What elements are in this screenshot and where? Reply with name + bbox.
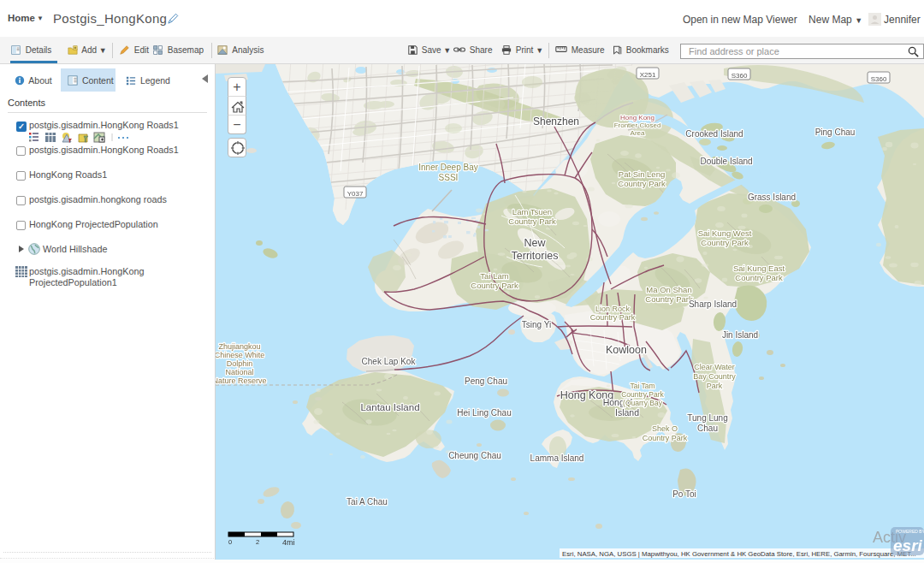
svg-text:Pat Sin Leng: Pat Sin Leng [619,169,665,179]
svg-text:Chau: Chau [697,424,718,433]
svg-text:Lantau Island: Lantau Island [360,402,419,412]
svg-text:Ping Chau: Ping Chau [815,127,856,137]
svg-text:Area: Area [631,129,645,137]
svg-text:Island: Island [615,407,639,418]
svg-text:Hei Ling Chau: Hei Ling Chau [457,408,511,418]
svg-text:Dolphin: Dolphin [227,359,253,368]
svg-text:Sai Kung East: Sai Kung East [733,264,785,273]
svg-text:Tung Lung: Tung Lung [687,413,727,423]
svg-text:0: 0 [228,538,232,546]
svg-text:Jin Island: Jin Island [722,330,758,340]
svg-text:Country Park: Country Park [701,238,749,247]
svg-text:Country Park: Country Park [621,390,664,399]
svg-text:Zhujiangkou: Zhujiangkou [218,342,260,351]
svg-text:National: National [225,368,253,376]
svg-text:Shek O: Shek O [652,424,678,433]
svg-text:Lam Tsuen: Lam Tsuen [512,207,552,216]
svg-text:Ma On Shan: Ma On Shan [646,285,691,294]
svg-text:Nature Reserve: Nature Reserve [216,376,267,385]
svg-text:POWERED BY: POWERED BY [896,529,924,534]
svg-text:Country Park: Country Park [645,294,693,304]
svg-text:Y037: Y037 [347,190,364,198]
svg-text:Clear Water: Clear Water [694,363,735,371]
svg-text:Inner Deep Bay: Inner Deep Bay [418,163,478,172]
svg-text:Kowloon: Kowloon [606,344,647,356]
svg-text:Shenzhen: Shenzhen [533,116,579,127]
svg-text:Territories: Territories [512,250,559,262]
svg-text:Grass Island: Grass Island [748,193,796,202]
svg-text:Cheung Chau: Cheung Chau [448,451,501,460]
svg-text:Tai Tam: Tai Tam [630,382,654,390]
svg-text:Chek Lap Kok: Chek Lap Kok [362,357,417,366]
svg-text:S360: S360 [871,75,887,83]
svg-text:Tai Lam: Tai Lam [480,271,508,281]
svg-text:Tai A Chau: Tai A Chau [346,497,388,507]
svg-text:Tsing Yi: Tsing Yi [522,320,551,329]
svg-text:Lion Rock: Lion Rock [595,305,631,313]
svg-text:Sai Kung West: Sai Kung West [698,228,752,238]
svg-text:Frontier Closed: Frontier Closed [614,121,661,129]
svg-text:Country Park: Country Park [590,313,636,322]
svg-text:S360: S360 [732,72,748,80]
svg-text:Country Park: Country Park [618,179,666,188]
svg-text:4mi: 4mi [282,538,295,547]
svg-text:Po Toi: Po Toi [672,489,696,499]
svg-text:Double Island: Double Island [700,157,752,166]
svg-text:SSSI: SSSI [439,173,459,182]
svg-text:Hong Kong: Hong Kong [620,114,654,121]
svg-text:Esri, NASA, NGA, USGS | Mapwit: Esri, NASA, NGA, USGS | Mapwithyou, HK G… [562,550,916,558]
svg-text:Country Park: Country Park [471,281,518,290]
svg-text:Chinese White: Chinese White [216,351,264,359]
svg-text:(Quarry Bay: (Quarry Bay [623,399,663,407]
svg-text:2: 2 [256,538,259,546]
svg-text:Peng Chau: Peng Chau [465,376,507,386]
svg-text:Bay Country: Bay Country [693,372,736,381]
svg-text:Country Park: Country Park [643,434,688,442]
svg-text:Crooked Island: Crooked Island [685,129,743,139]
svg-text:Country Park: Country Park [735,273,783,282]
svg-text:Country Park: Country Park [508,216,556,226]
svg-text:Lamma Island: Lamma Island [530,453,584,463]
svg-text:Park: Park [707,382,723,390]
svg-text:New: New [524,237,546,249]
svg-text:Sharp Island: Sharp Island [689,299,737,309]
svg-text:esri: esri [893,536,923,554]
svg-text:X251: X251 [640,71,656,79]
